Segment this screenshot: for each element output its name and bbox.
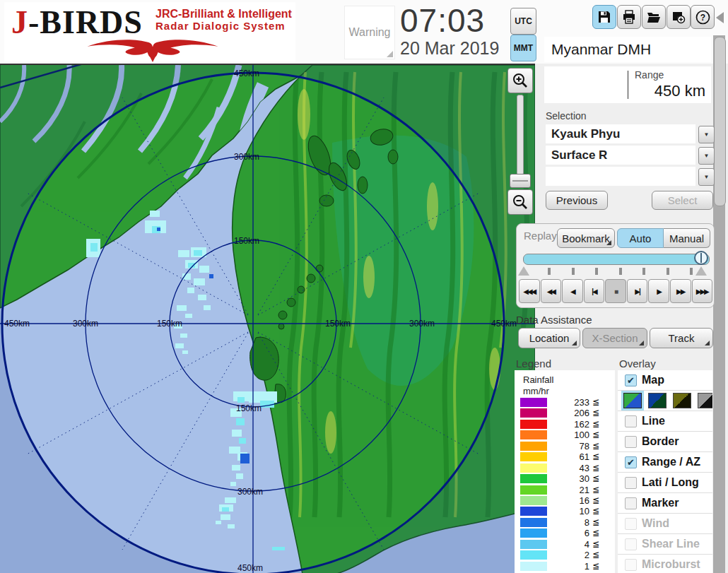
overlay-checkbox-map[interactable]: ✔	[625, 374, 637, 386]
zoom-slider-track[interactable]	[517, 95, 524, 175]
print-button[interactable]	[617, 5, 641, 29]
fast-rewind-3-button[interactable]: ◀◀◀	[519, 279, 540, 303]
less-equal-symbol: ≦	[592, 485, 599, 495]
less-equal-symbol: ≦	[592, 506, 599, 516]
overlay-row-border: Border	[618, 432, 712, 452]
legend-value: 78	[550, 441, 589, 451]
svg-text:?: ?	[700, 13, 705, 23]
panel-scrollbar-thumb[interactable]	[714, 37, 726, 206]
svg-text:450km: 450km	[491, 319, 517, 329]
replay-group: Replay Bookmark Auto Manual ◀◀◀◀◀◀|◀■▶|▶…	[516, 223, 715, 308]
fast-forward-2-button[interactable]: ▶▶	[670, 279, 691, 303]
resize-grip-icon[interactable]	[387, 51, 393, 57]
slider-tick	[595, 268, 598, 275]
eagle-icon	[14, 33, 291, 63]
select-button[interactable]: Select	[652, 191, 713, 210]
selection-dropdown-1[interactable]: Kyauk Phyu	[546, 124, 695, 143]
data-assistance-label: Data Assistance	[516, 314, 592, 326]
range-label: Range	[635, 69, 664, 81]
play-button[interactable]: ▶	[648, 279, 669, 303]
overlay-item-label: Map	[642, 374, 664, 386]
overlay-row-lati-long: Lati / Long	[618, 473, 712, 493]
overlay-checkbox-marker[interactable]	[625, 497, 637, 509]
capture-icon	[671, 10, 686, 24]
dropdown-arrow-icon[interactable]: ▼	[698, 126, 715, 143]
slider-tick	[548, 268, 551, 275]
overlay-checkbox-microburst	[625, 559, 637, 571]
legend-color-swatch	[520, 408, 547, 418]
range-box: Range 450 km	[544, 66, 711, 103]
replay-progress-slider[interactable]	[523, 254, 710, 265]
auto-mode-button[interactable]: Auto	[617, 228, 664, 248]
overlay-checkbox-line[interactable]	[625, 415, 637, 427]
legend-value: 206	[550, 408, 589, 418]
selection-dropdown-2[interactable]: Surface R	[546, 146, 695, 165]
legend-color-swatch	[520, 507, 547, 516]
save-button[interactable]	[592, 5, 616, 29]
selection-dropdown-3[interactable]	[546, 167, 695, 186]
overlay-item-label: Lati / Long	[642, 476, 699, 489]
site-title: Myanmar DMH	[544, 37, 711, 62]
radar-map-display[interactable]: 450km 300km 150km 150km 300km 450km 450k…	[0, 64, 535, 573]
legend-color-swatch	[520, 550, 547, 560]
fast-forward-3-button[interactable]: ▶▶▶	[692, 279, 713, 303]
zoom-out-button[interactable]	[507, 189, 533, 215]
legend-value: 1	[550, 561, 589, 572]
location-button[interactable]: Location	[518, 328, 580, 348]
capture-button[interactable]	[667, 5, 691, 29]
legend-row: 4≦	[515, 539, 615, 550]
open-file-button[interactable]	[642, 5, 666, 29]
overlay-item-label: Line	[642, 415, 665, 427]
overlay-row-map: ✔Map	[618, 370, 712, 391]
step-back-button[interactable]: |◀	[584, 279, 605, 303]
map-style-swatch-2[interactable]	[648, 393, 667, 408]
x-section-button[interactable]: X-Section	[582, 328, 647, 348]
replay-slider-thumb[interactable]	[694, 251, 708, 265]
mmt-toggle-button[interactable]: MMT	[510, 35, 536, 61]
range-start-marker-icon[interactable]	[518, 266, 529, 276]
range-end-marker-icon[interactable]	[695, 266, 707, 276]
zoom-in-button[interactable]	[507, 68, 533, 93]
warning-button[interactable]: Warning	[344, 6, 395, 59]
overlay-checkbox-border[interactable]	[625, 436, 637, 448]
legend-color-swatch	[520, 398, 547, 407]
save-icon	[597, 10, 611, 24]
slider-tick	[690, 268, 693, 275]
legend-row: 21≦	[515, 485, 615, 495]
overlay-checkbox-range-az[interactable]: ✔	[625, 456, 637, 468]
map-style-swatch-4[interactable]	[698, 393, 712, 408]
step-forward-button[interactable]: ▶|	[627, 279, 648, 303]
play-reverse-button[interactable]: ◀	[562, 279, 583, 303]
legend-title: Rainfall mm/hr	[523, 374, 553, 398]
panel-collapse-arrow-icon[interactable]	[716, 12, 724, 23]
svg-text:300km: 300km	[234, 152, 259, 162]
zoom-slider-thumb[interactable]	[510, 174, 531, 188]
less-equal-symbol: ≦	[592, 463, 599, 473]
rainfall-legend: Rainfall mm/hr 233≦206≦162≦100≦78≦61≦43≦…	[515, 370, 615, 573]
help-button[interactable]: ?	[691, 5, 715, 29]
map-style-swatch-3[interactable]	[673, 393, 691, 408]
overlay-row-marker: Marker	[618, 493, 712, 514]
bookmark-button[interactable]: Bookmark	[557, 228, 615, 248]
legend-row: 43≦	[515, 463, 615, 473]
dropdown-arrow-icon[interactable]: ▼	[698, 168, 715, 186]
map-style-swatches	[618, 391, 712, 411]
track-button[interactable]: Track	[650, 328, 713, 348]
replay-label: Replay	[524, 230, 557, 242]
clock-time: 07:03	[400, 1, 485, 40]
svg-text:150km: 150km	[325, 319, 351, 329]
previous-button[interactable]: Previous	[546, 191, 608, 210]
legend-color-swatch	[520, 463, 547, 473]
jbirds-logo: J-BIRDS JRC-Brilliant & Intelligent Rada…	[4, 2, 295, 61]
stop-button[interactable]: ■	[605, 279, 626, 303]
utc-toggle-button[interactable]: UTC	[510, 8, 536, 35]
overlay-checkbox-lati-long[interactable]	[625, 477, 637, 489]
dropdown-arrow-icon[interactable]: ▼	[698, 147, 715, 165]
legend-value: 16	[550, 495, 589, 506]
legend-value: 21	[550, 485, 589, 495]
fast-rewind-2-button[interactable]: ◀◀	[541, 279, 562, 303]
less-equal-symbol: ≦	[592, 495, 599, 505]
map-style-swatch-1[interactable]	[623, 393, 642, 408]
manual-mode-button[interactable]: Manual	[664, 228, 710, 248]
legend-row: 162≦	[515, 419, 615, 430]
